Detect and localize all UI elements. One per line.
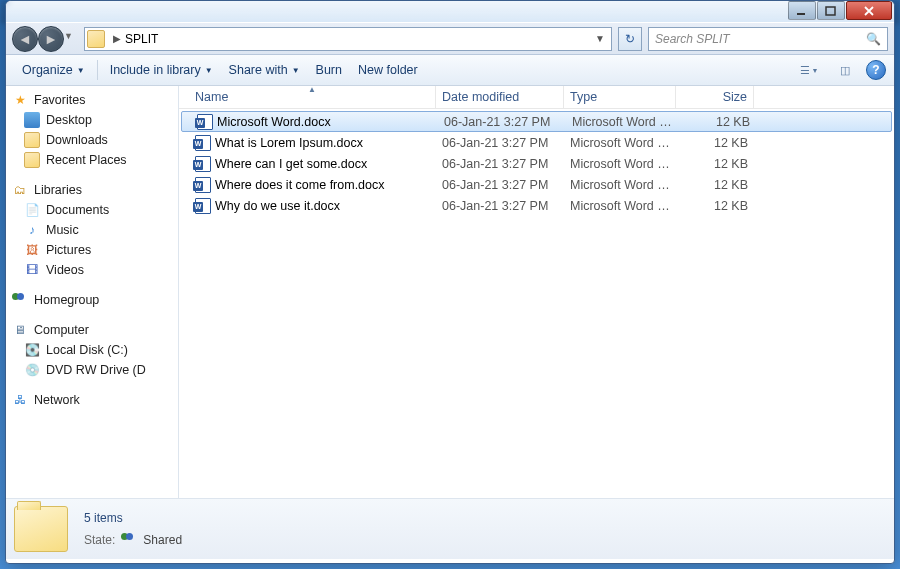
close-button[interactable] (846, 1, 892, 20)
videos-icon: 🎞 (24, 262, 40, 278)
column-date[interactable]: Date modified (436, 86, 564, 108)
sidebar-dvd-drive[interactable]: 💿DVD RW Drive (D (6, 360, 178, 380)
address-dropdown-icon[interactable]: ▼ (591, 33, 609, 44)
sidebar-documents[interactable]: 📄Documents (6, 200, 178, 220)
search-placeholder: Search SPLIT (655, 32, 730, 46)
address-bar: ◄ ► ▼ ▶ SPLIT ▼ ↻ Search SPLIT 🔍 (6, 22, 894, 55)
svg-rect-0 (797, 13, 805, 15)
breadcrumb-separator-icon[interactable]: ▶ (113, 33, 121, 44)
file-date: 06-Jan-21 3:27 PM (438, 115, 566, 129)
chevron-down-icon: ▼ (292, 66, 300, 75)
file-name: Where does it come from.docx (215, 178, 385, 192)
pictures-icon: 🖼 (24, 242, 40, 258)
search-input[interactable]: Search SPLIT 🔍 (648, 27, 888, 51)
sidebar-pictures[interactable]: 🖼Pictures (6, 240, 178, 260)
file-type: Microsoft Word D... (564, 199, 676, 213)
network-icon: 🖧 (12, 392, 28, 408)
organize-button[interactable]: Organize ▼ (14, 59, 93, 81)
titlebar[interactable] (6, 1, 894, 22)
column-size[interactable]: Size (676, 86, 754, 108)
desktop-icon (24, 112, 40, 128)
file-name: What is Lorem Ipsum.docx (215, 136, 363, 150)
refresh-button[interactable]: ↻ (618, 27, 642, 51)
status-state-value: Shared (143, 533, 182, 547)
sidebar-downloads[interactable]: Downloads (6, 130, 178, 150)
column-type[interactable]: Type (564, 86, 676, 108)
file-type: Microsoft Word D... (564, 136, 676, 150)
preview-pane-button[interactable]: ◫ (830, 59, 860, 81)
sidebar-computer[interactable]: 🖥Computer (6, 320, 178, 340)
file-type: Microsoft Word D... (566, 115, 678, 129)
word-doc-icon (195, 177, 211, 193)
column-name[interactable]: Name▲ (189, 86, 436, 108)
file-list[interactable]: Name▲ Date modified Type Size Microsoft … (179, 86, 894, 498)
sidebar-local-disk-c[interactable]: 💽Local Disk (C:) (6, 340, 178, 360)
file-type: Microsoft Word D... (564, 157, 676, 171)
status-item-count: 5 items (84, 511, 182, 525)
homegroup-icon (12, 292, 28, 308)
computer-icon: 🖥 (12, 322, 28, 338)
file-size: 12 KB (676, 199, 754, 213)
folder-icon (87, 30, 105, 48)
file-name: Why do we use it.docx (215, 199, 340, 213)
file-date: 06-Jan-21 3:27 PM (436, 157, 564, 171)
sidebar-network[interactable]: 🖧Network (6, 390, 178, 410)
navigation-pane[interactable]: ★Favorites Desktop Downloads Recent Plac… (6, 86, 179, 498)
search-icon[interactable]: 🔍 (866, 32, 881, 46)
file-size: 12 KB (676, 157, 754, 171)
file-size: 12 KB (676, 136, 754, 150)
chevron-down-icon: ▼ (205, 66, 213, 75)
file-name: Where can I get some.docx (215, 157, 367, 171)
file-date: 06-Jan-21 3:27 PM (436, 199, 564, 213)
libraries-icon: 🗂 (12, 182, 28, 198)
recent-icon (24, 152, 40, 168)
file-row[interactable]: Where can I get some.docx06-Jan-21 3:27 … (179, 153, 894, 174)
sidebar-homegroup[interactable]: Homegroup (6, 290, 178, 310)
music-icon: ♪ (24, 222, 40, 238)
status-state-label: State: (84, 533, 115, 547)
file-type: Microsoft Word D... (564, 178, 676, 192)
sidebar-desktop[interactable]: Desktop (6, 110, 178, 130)
svg-rect-1 (826, 7, 835, 15)
file-size: 12 KB (676, 178, 754, 192)
downloads-icon (24, 132, 40, 148)
new-folder-button[interactable]: New folder (350, 59, 426, 81)
forward-button[interactable]: ► (38, 26, 64, 52)
nav-history-dropdown[interactable]: ▼ (64, 26, 78, 46)
file-name: Microsoft Word.docx (217, 115, 331, 129)
documents-icon: 📄 (24, 202, 40, 218)
include-in-library-button[interactable]: Include in library ▼ (102, 59, 221, 81)
sidebar-videos[interactable]: 🎞Videos (6, 260, 178, 280)
address-field[interactable]: ▶ SPLIT ▼ (84, 27, 612, 51)
sidebar-recent[interactable]: Recent Places (6, 150, 178, 170)
maximize-button[interactable] (817, 1, 845, 20)
back-button[interactable]: ◄ (12, 26, 38, 52)
help-button[interactable]: ? (866, 60, 886, 80)
sidebar-favorites[interactable]: ★Favorites (6, 90, 178, 110)
sidebar-libraries[interactable]: 🗂Libraries (6, 180, 178, 200)
word-doc-icon (195, 198, 211, 214)
breadcrumb-folder[interactable]: SPLIT (125, 32, 158, 46)
toolbar: Organize ▼ Include in library ▼ Share wi… (6, 55, 894, 86)
details-pane: 5 items State: Shared (6, 498, 894, 559)
dvd-icon: 💿 (24, 362, 40, 378)
view-options-button[interactable]: ☰ ▼ (794, 59, 824, 81)
file-size: 12 KB (678, 115, 756, 129)
file-row[interactable]: Where does it come from.docx06-Jan-21 3:… (179, 174, 894, 195)
burn-button[interactable]: Burn (308, 59, 350, 81)
folder-large-icon (14, 506, 68, 552)
word-doc-icon (195, 135, 211, 151)
column-headers: Name▲ Date modified Type Size (179, 86, 894, 109)
sidebar-music[interactable]: ♪Music (6, 220, 178, 240)
chevron-down-icon: ▼ (77, 66, 85, 75)
file-date: 06-Jan-21 3:27 PM (436, 178, 564, 192)
file-row[interactable]: Why do we use it.docx06-Jan-21 3:27 PMMi… (179, 195, 894, 216)
minimize-button[interactable] (788, 1, 816, 20)
word-doc-icon (195, 156, 211, 172)
share-with-button[interactable]: Share with ▼ (221, 59, 308, 81)
sort-asc-icon: ▲ (308, 85, 316, 94)
file-row[interactable]: Microsoft Word.docx06-Jan-21 3:27 PMMicr… (181, 111, 892, 132)
star-icon: ★ (12, 92, 28, 108)
drive-icon: 💽 (24, 342, 40, 358)
file-row[interactable]: What is Lorem Ipsum.docx06-Jan-21 3:27 P… (179, 132, 894, 153)
